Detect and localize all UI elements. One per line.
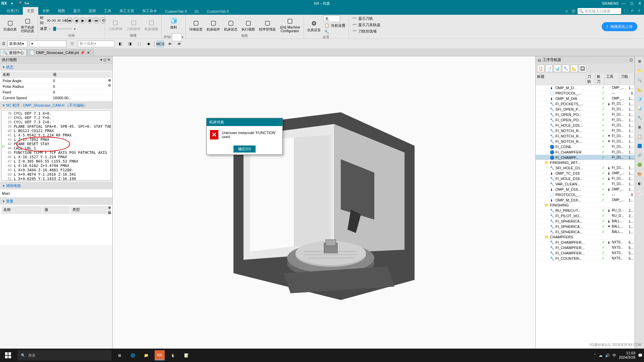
panel-close-icon[interactable]: ✕ bbox=[107, 58, 110, 62]
op-row[interactable]: 🔧FI_CHAMPFER...✓🌡NXT0...5... bbox=[536, 240, 635, 245]
transport-button-4[interactable]: ⏭ bbox=[93, 17, 99, 23]
menutab-9[interactable]: CustomTab 8 bbox=[161, 8, 191, 15]
op-row[interactable]: 🌡OMP_M_D18...✓🌡OMP_...1... bbox=[536, 187, 635, 192]
time-value[interactable]: 00:00:36.540 bbox=[45, 18, 65, 23]
op-row[interactable]: 🔧FI_NOTCH_R...✓✦FI_D1...1... bbox=[536, 133, 635, 139]
status-btn-2[interactable]: ⊖ bbox=[108, 83, 111, 87]
op-row[interactable]: 🔧FI_SPHERICA...✓BALL...1... bbox=[536, 229, 635, 235]
tool-icon-1[interactable]: ◧ bbox=[117, 40, 124, 48]
op-row[interactable]: 🔵FI_CONE✓FI_D1...1... bbox=[536, 144, 635, 149]
var-add-icon[interactable]: ⊕ bbox=[108, 205, 111, 210]
rail-2-icon[interactable]: 🔍 bbox=[636, 76, 643, 84]
nc-line[interactable]: 40L BQ121 CQ122 FMAX bbox=[2, 129, 110, 133]
smile-icon[interactable]: ☺ bbox=[564, 9, 569, 13]
rt-btn-2[interactable]: 📑 bbox=[545, 65, 553, 72]
face-icon[interactable]: ☹ bbox=[571, 9, 576, 13]
ok-button[interactable]: 确定(O) bbox=[233, 145, 256, 153]
config-select[interactable]: 无 bbox=[323, 15, 340, 22]
nc-line[interactable]: 45FUNCTION TCPM F TCP AXIS POS PATHCTRL … bbox=[2, 150, 110, 155]
rail-13-icon[interactable]: ◐ bbox=[636, 180, 643, 187]
eye-icon-2[interactable]: 👁 bbox=[175, 40, 183, 48]
mcs-icon[interactable]: MCS bbox=[157, 40, 164, 48]
nc-section-header[interactable]: ▾ NC 程序 - OMP_Showcase_CAM.H （不可编辑） bbox=[0, 102, 112, 109]
nc-line[interactable]: 50L X+9.4874 Y-1.2016 Z-16.341 bbox=[2, 172, 110, 177]
touch-icon[interactable]: ✎▾ bbox=[24, 1, 29, 6]
undo-icon[interactable]: ↶ bbox=[630, 9, 635, 13]
op-row[interactable]: 🔧FI_CHAMPFER...✓NXT0...5... bbox=[536, 250, 635, 256]
menutab-3[interactable]: 视图 bbox=[54, 7, 69, 15]
op-row[interactable]: 🔧FI_NOTCH_R...✓FI_D1...1... bbox=[536, 128, 635, 133]
rail-gear-icon[interactable]: ⚙ bbox=[636, 58, 643, 65]
rail-5-icon[interactable]: 📊 bbox=[636, 105, 643, 112]
op-row[interactable]: 🔧FI_NOTCH_R...✓✦FI_D1...1... bbox=[536, 139, 635, 144]
help-icon[interactable]: ? bbox=[637, 9, 641, 13]
rail-14-icon[interactable]: 📈 bbox=[636, 189, 643, 196]
upload-button[interactable]: ⤴ 拖拽至此上传 bbox=[602, 22, 637, 31]
op-row[interactable]: 📄PROTOCOL_...✓---0 bbox=[536, 90, 635, 96]
nc-line[interactable]: 43PLANE RESET STAY bbox=[2, 142, 110, 146]
rail-1-icon[interactable]: 📁 bbox=[636, 67, 643, 74]
op-row[interactable]: 🔧RU_PRECUT...✓🌡RU_D...2... bbox=[536, 208, 635, 213]
op-row[interactable]: 🔧FI_POCKETS_...✓🌡FI_D1...1... bbox=[536, 101, 635, 107]
op-row[interactable]: 🔧SFI_OPEN_P...✓FI_D1...1... bbox=[536, 107, 635, 112]
tray-ime-icon[interactable]: 中 bbox=[612, 353, 616, 358]
rail-11-icon[interactable]: 🟢 bbox=[636, 161, 643, 168]
op-row[interactable]: 📁FINISHING_WIT... bbox=[536, 160, 635, 165]
rt-btn-6[interactable]: 🔲 bbox=[579, 65, 586, 72]
settings-extra-button[interactable]: 🔧 bbox=[323, 29, 346, 35]
clock[interactable]: 11:032024/3/28 bbox=[619, 351, 635, 360]
ribbon-button[interactable]: ▢机床状态 bbox=[223, 17, 239, 32]
menutab-6[interactable]: 工具 bbox=[100, 7, 115, 15]
op-row[interactable]: 🔧FI_COUNTER...✓NXT0...5... bbox=[536, 256, 635, 261]
op-row[interactable]: 🔧FI_SPHERICA...✓✦BALL...1... bbox=[536, 224, 635, 229]
fullscreen-icon[interactable]: ⛶ bbox=[623, 9, 628, 13]
ribbon-small-button[interactable]: 〰显示刀轨 bbox=[351, 15, 374, 21]
op-row[interactable]: 🌡OMP_M_DIA✓OMP_...1... bbox=[536, 96, 635, 101]
op-row[interactable]: 🌡OMP_TC_D18✓🌡OMP_...1... bbox=[536, 171, 635, 176]
rail-10-icon[interactable]: 🔗 bbox=[636, 152, 643, 159]
tray-cloud-icon[interactable]: ☁ bbox=[599, 353, 602, 358]
ribbon-button[interactable]: ▢启动 MachineConfigurator bbox=[278, 15, 302, 34]
op-row[interactable]: 🔧FI_OPEN_PO...✓FI_D1...1... bbox=[536, 112, 635, 117]
tab-pin-icon[interactable]: 📌 bbox=[80, 51, 85, 55]
notification-icon[interactable]: 💬 bbox=[638, 353, 643, 358]
rt-btn-3[interactable]: 📊 bbox=[554, 65, 561, 72]
edge-icon[interactable]: 🌐 bbox=[126, 349, 140, 362]
rt-btn-5[interactable]: 📐 bbox=[571, 65, 578, 72]
transport-button-1[interactable]: ◀ bbox=[73, 17, 79, 23]
qq-icon[interactable]: 🐧 bbox=[166, 349, 180, 362]
nc-line[interactable]: 37CYCL DEF 7.2 Y+0. bbox=[2, 116, 110, 120]
ribbon-button[interactable]: ▢基于机床代码仿真 bbox=[19, 15, 36, 34]
speed-slider[interactable] bbox=[52, 28, 72, 29]
nx-task-icon[interactable]: NX bbox=[155, 350, 165, 360]
nc-line[interactable]: 51L X+9.6295 Y-1.1433 Z-16.199 bbox=[2, 177, 110, 181]
taskbar-search[interactable]: 🔍 搜索 bbox=[17, 350, 111, 361]
eye-icon-1[interactable]: 👁 bbox=[166, 40, 173, 48]
menutab-2[interactable]: 分析 bbox=[38, 7, 54, 15]
nc-line[interactable]: 41L X-5.0542 Y-1.224 R0 FMAX bbox=[2, 133, 110, 137]
rail-9-icon[interactable]: 🟦 bbox=[636, 142, 643, 149]
app-icon[interactable]: 📝 bbox=[180, 349, 193, 362]
material-remove-button[interactable]: 🧊除料 bbox=[167, 15, 180, 30]
op-row[interactable]: 🔵FI_CHAMPFER✓FI_D1...1... bbox=[536, 149, 635, 155]
nc-line[interactable]: 38CYCL DEF 7.3 Z+0. bbox=[2, 120, 110, 124]
selector-dropdown[interactable]: ▾ bbox=[30, 41, 66, 47]
op-row[interactable]: 🔧FI_SPHERICA...✓🌡BALL...1... bbox=[536, 219, 635, 224]
menutab-11[interactable]: CustomTab 9 bbox=[203, 8, 233, 15]
nc-line[interactable]: 44CALL LBL 1 bbox=[2, 146, 110, 150]
assembly-dropdown[interactable]: 整个装配▾ bbox=[78, 41, 115, 47]
rail-6-icon[interactable]: 🔧 bbox=[636, 114, 643, 121]
close-button[interactable]: ✕ bbox=[637, 0, 643, 6]
menutab-5[interactable]: 选择 bbox=[85, 7, 100, 15]
op-row[interactable]: 🔧VAR_CLEAN...✓FI_D1...1... bbox=[536, 181, 635, 187]
op-row[interactable]: 📄PROTOCOL_...✓---0 bbox=[536, 192, 635, 197]
tool-icon-4[interactable]: ◆ bbox=[145, 40, 152, 48]
op-row[interactable]: 📁CHAMPFERS bbox=[536, 235, 635, 240]
ribbon-button[interactable]: ▢程序管理器 bbox=[258, 17, 277, 32]
op-row[interactable]: 🔧SFI_HOLE_D1...✓🌡FI_D1...1... bbox=[536, 165, 635, 171]
op-row[interactable]: 🔧FI_HOLE_D25...✓FI_D1...1... bbox=[536, 123, 635, 128]
task-view-icon[interactable]: ⊞ bbox=[113, 349, 126, 362]
dropdown-icon[interactable]: ▾ bbox=[10, 1, 14, 6]
plus-icon[interactable]: + bbox=[73, 27, 75, 31]
nc-line[interactable]: 49L X+9.3404 Z-16.4881 F1280. bbox=[2, 168, 110, 172]
